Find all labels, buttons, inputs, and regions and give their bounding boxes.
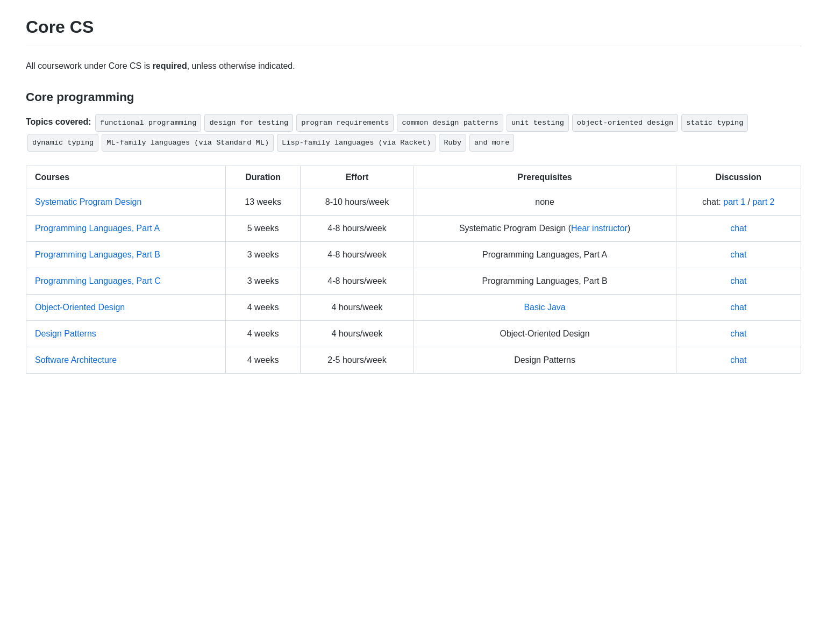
topic-tag: ML-family languages (via Standard ML) [102, 134, 274, 152]
topic-tag: object-oriented design [572, 114, 678, 132]
discussion-cell: chat [676, 241, 801, 268]
effort-cell: 4-8 hours/week [301, 268, 414, 294]
topic-tag: and more [469, 134, 514, 152]
prerequisites-cell: Programming Languages, Part A [414, 241, 676, 268]
discussion-cell: chat [676, 347, 801, 373]
intro-before: All coursework under Core CS is [26, 61, 153, 70]
divider [26, 46, 801, 46]
topic-tag: dynamic typing [27, 134, 98, 152]
intro-after: , unless otherwise indicated. [187, 61, 295, 70]
duration-cell: 5 weeks [225, 215, 301, 241]
table-row: Programming Languages, Part C3 weeks4-8 … [26, 268, 801, 294]
topic-tag: design for testing [204, 114, 293, 132]
topics-container: Topics covered: functional programmingde… [26, 113, 801, 153]
course-link[interactable]: Design Patterns [35, 329, 96, 338]
discussion-cell: chat [676, 294, 801, 320]
discussion-cell: chat: part 1 / part 2 [676, 189, 801, 215]
prerequisites-cell: Basic Java [414, 294, 676, 320]
intro-bold: required [153, 61, 187, 70]
intro-text: All coursework under Core CS is required… [26, 59, 801, 73]
course-cell: Object-Oriented Design [26, 294, 226, 320]
discussion-link[interactable]: chat [730, 329, 746, 338]
topics-label: Topics covered: [26, 117, 91, 126]
topic-tag: Ruby [439, 134, 466, 152]
effort-cell: 4 hours/week [301, 320, 414, 347]
duration-cell: 4 weeks [225, 294, 301, 320]
topic-tag: unit testing [507, 114, 569, 132]
effort-cell: 4-8 hours/week [301, 215, 414, 241]
course-link[interactable]: Programming Languages, Part B [35, 250, 160, 259]
col-header-discussion: Discussion [676, 166, 801, 189]
course-cell: Programming Languages, Part B [26, 241, 226, 268]
duration-cell: 4 weeks [225, 347, 301, 373]
duration-cell: 4 weeks [225, 320, 301, 347]
page-title: Core CS [26, 17, 801, 37]
effort-cell: 4 hours/week [301, 294, 414, 320]
discussion-cell: chat [676, 215, 801, 241]
prerequisite-link[interactable]: Basic Java [524, 303, 565, 312]
course-cell: Systematic Program Design [26, 189, 226, 215]
topic-tag: static typing [681, 114, 748, 132]
prerequisites-cell: Programming Languages, Part B [414, 268, 676, 294]
table-header-row: Courses Duration Effort Prerequisites Di… [26, 166, 801, 189]
col-header-prerequisites: Prerequisites [414, 166, 676, 189]
course-link[interactable]: Systematic Program Design [35, 197, 141, 206]
topic-tag: program requirements [296, 114, 394, 132]
prerequisites-cell: none [414, 189, 676, 215]
prerequisites-cell: Systematic Program Design (Hear instruct… [414, 215, 676, 241]
discussion-cell: chat [676, 268, 801, 294]
topic-tag: functional programming [95, 114, 201, 132]
course-link[interactable]: Object-Oriented Design [35, 303, 125, 312]
discussion-link[interactable]: part 1 [723, 197, 745, 206]
duration-cell: 3 weeks [225, 268, 301, 294]
course-link[interactable]: Programming Languages, Part C [35, 276, 161, 285]
section-title: Core programming [26, 90, 801, 104]
discussion-cell: chat [676, 320, 801, 347]
effort-cell: 2-5 hours/week [301, 347, 414, 373]
discussion-link[interactable]: chat [730, 224, 746, 233]
course-cell: Programming Languages, Part A [26, 215, 226, 241]
course-cell: Programming Languages, Part C [26, 268, 226, 294]
prerequisite-extra-link[interactable]: Hear instructor [571, 224, 628, 233]
table-row: Programming Languages, Part B3 weeks4-8 … [26, 241, 801, 268]
topics-tags: functional programmingdesign for testing… [26, 117, 750, 146]
duration-cell: 3 weeks [225, 241, 301, 268]
discussion-link[interactable]: chat [730, 276, 746, 285]
col-header-duration: Duration [225, 166, 301, 189]
table-row: Object-Oriented Design4 weeks4 hours/wee… [26, 294, 801, 320]
discussion-link[interactable]: chat [730, 250, 746, 259]
col-header-effort: Effort [301, 166, 414, 189]
topic-tag: common design patterns [397, 114, 503, 132]
prerequisites-cell: Design Patterns [414, 347, 676, 373]
duration-cell: 13 weeks [225, 189, 301, 215]
table-row: Programming Languages, Part A5 weeks4-8 … [26, 215, 801, 241]
topic-tag: Lisp-family languages (via Racket) [277, 134, 436, 152]
discussion-link[interactable]: part 2 [753, 197, 775, 206]
discussion-link[interactable]: chat [730, 355, 746, 364]
prerequisites-cell: Object-Oriented Design [414, 320, 676, 347]
course-link[interactable]: Programming Languages, Part A [35, 224, 160, 233]
effort-cell: 4-8 hours/week [301, 241, 414, 268]
courses-table: Courses Duration Effort Prerequisites Di… [26, 166, 801, 374]
course-cell: Software Architecture [26, 347, 226, 373]
table-row: Design Patterns4 weeks4 hours/weekObject… [26, 320, 801, 347]
course-link[interactable]: Software Architecture [35, 355, 117, 364]
effort-cell: 8-10 hours/week [301, 189, 414, 215]
table-row: Software Architecture4 weeks2-5 hours/we… [26, 347, 801, 373]
course-cell: Design Patterns [26, 320, 226, 347]
col-header-courses: Courses [26, 166, 226, 189]
table-row: Systematic Program Design13 weeks8-10 ho… [26, 189, 801, 215]
discussion-link[interactable]: chat [730, 303, 746, 312]
